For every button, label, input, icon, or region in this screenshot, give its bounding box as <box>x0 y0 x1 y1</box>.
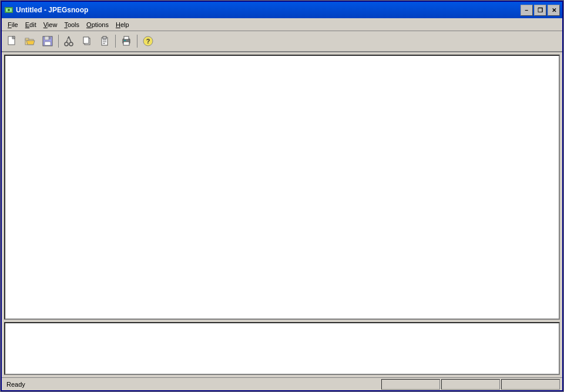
menu-options[interactable]: Options <box>83 20 112 29</box>
toolbar: ? <box>2 31 562 52</box>
menu-edit[interactable]: Edit <box>22 20 40 29</box>
cut-button[interactable] <box>61 33 78 49</box>
save-button[interactable] <box>39 33 56 49</box>
window-controls: − ❐ ✕ <box>521 5 560 16</box>
status-panel-1 <box>381 379 440 390</box>
menu-file[interactable]: File <box>4 20 22 29</box>
status-bar: Ready <box>2 377 562 390</box>
minimize-button[interactable]: − <box>521 5 533 16</box>
status-panel-3 <box>501 379 560 390</box>
svg-rect-10 <box>49 37 51 39</box>
help-button[interactable]: ? <box>140 33 156 49</box>
svg-rect-25 <box>123 42 129 45</box>
svg-rect-26 <box>124 40 126 41</box>
bottom-pane[interactable] <box>4 322 560 375</box>
app-icon <box>4 5 14 15</box>
app-window: Untitled - JPEGsnoop − ❐ ✕ File Edit Vie… <box>1 1 563 391</box>
title-bar: Untitled - JPEGsnoop − ❐ ✕ <box>2 2 562 18</box>
svg-point-12 <box>69 42 73 46</box>
svg-rect-6 <box>25 38 29 40</box>
clipboard-button[interactable] <box>96 33 113 49</box>
toolbar-separator-3 <box>137 35 137 48</box>
title-text: Untitled - JPEGsnoop <box>16 6 88 14</box>
svg-point-2 <box>8 9 10 11</box>
svg-rect-9 <box>45 42 51 45</box>
toolbar-separator-2 <box>115 35 116 48</box>
svg-rect-24 <box>124 36 129 39</box>
menu-tools[interactable]: Tools <box>61 20 83 29</box>
new-button[interactable] <box>4 33 21 49</box>
svg-point-11 <box>65 42 68 46</box>
status-text: Ready <box>4 381 380 388</box>
copy-button[interactable] <box>79 33 95 49</box>
open-button[interactable] <box>22 33 38 49</box>
title-left: Untitled - JPEGsnoop <box>4 5 88 15</box>
restore-button[interactable]: ❐ <box>534 5 546 16</box>
svg-rect-17 <box>83 37 89 43</box>
status-panel-2 <box>441 379 500 390</box>
svg-line-15 <box>68 39 70 42</box>
toolbar-separator-1 <box>58 35 59 48</box>
svg-text:?: ? <box>146 38 150 45</box>
top-pane[interactable] <box>4 55 560 320</box>
svg-rect-19 <box>103 36 106 39</box>
svg-rect-8 <box>45 36 49 40</box>
close-button[interactable]: ✕ <box>548 5 560 16</box>
menu-view[interactable]: View <box>40 20 61 29</box>
main-content <box>2 52 562 377</box>
menu-help[interactable]: Help <box>112 20 133 29</box>
print-button[interactable] <box>118 33 135 49</box>
menu-bar: File Edit View Tools Options Help <box>2 18 562 31</box>
